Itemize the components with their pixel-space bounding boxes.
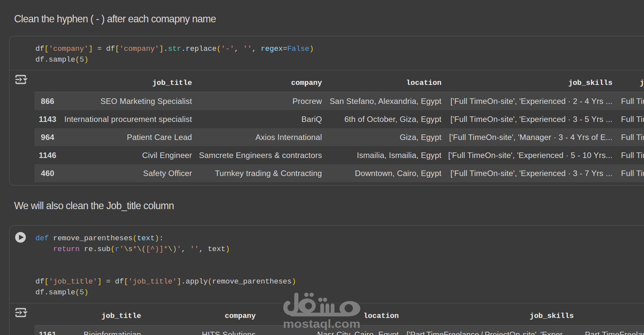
svg-text:mostaql.com: mostaql.com	[283, 317, 360, 330]
